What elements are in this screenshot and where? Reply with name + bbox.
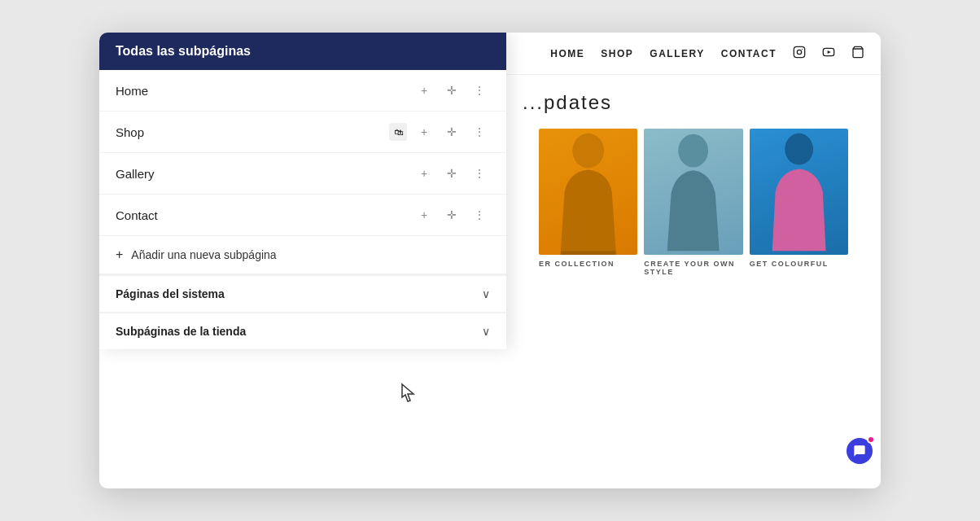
browser-window: ← → J Diseño Subpáginas Tienda online ▾ … (99, 33, 881, 488)
